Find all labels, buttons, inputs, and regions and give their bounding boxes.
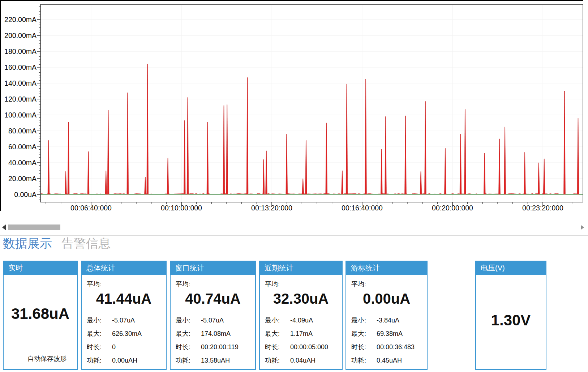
- panel-body: 1.30V: [476, 275, 546, 369]
- y-axis-label: 100.00mA: [4, 111, 37, 119]
- stat-row: 最小:-3.84uA: [351, 316, 399, 325]
- panel-recent-stats: 近期统计平均:32.30uA最小:-4.09uA最大:1.17mA时长:00:0…: [259, 261, 343, 370]
- avg-value: 0.00uA: [346, 291, 427, 307]
- stat-value: -5.07uA: [112, 317, 135, 324]
- stat-label: 功耗:: [351, 356, 377, 365]
- stat-label: 时长:: [351, 343, 377, 351]
- stat-row: 功耗:0.45uAH: [351, 356, 402, 365]
- x-axis-label: 00:23:20:000: [522, 204, 563, 212]
- stat-value: 69.38mA: [377, 330, 403, 338]
- y-axis-label: 180.00mA: [4, 47, 37, 55]
- tab-alarm-info[interactable]: 告警信息: [61, 236, 111, 251]
- stat-row: 最大:174.08mA: [176, 329, 231, 338]
- panel-title: 游标统计: [346, 261, 427, 275]
- app-window: 220.00mA200.00mA180.00mA160.00mA140.00mA…: [0, 0, 588, 372]
- stat-row: 最小:-5.07uA: [176, 316, 224, 325]
- window-edge-left: [0, 0, 1, 211]
- autosave-waveform-option: 自动保存波形: [14, 354, 66, 363]
- avg-label: 平均:: [176, 280, 190, 288]
- stat-value: 0: [112, 343, 116, 351]
- y-axis-label: 140.00mA: [4, 79, 37, 87]
- stat-row: 最大:1.17mA: [265, 329, 313, 338]
- stat-row: 最小:-4.09uA: [265, 316, 313, 325]
- stat-row: 时长:00:20:00:119: [176, 343, 239, 351]
- stat-label: 最小:: [87, 316, 112, 325]
- stat-value: 00:20:00:119: [201, 343, 239, 351]
- stat-row: 功耗:0.00uAH: [87, 356, 137, 365]
- stat-row: 最小:-5.07uA: [87, 316, 135, 325]
- stat-label: 时长:: [176, 343, 201, 351]
- scroll-left-arrow-icon[interactable]: [2, 225, 6, 230]
- y-axis-label: 60.00mA: [8, 143, 37, 151]
- tab-data-display[interactable]: 数据展示: [3, 236, 52, 251]
- bottom-tabs: 数据展示 告警信息: [3, 236, 111, 252]
- stat-row: 最大:69.38mA: [351, 329, 403, 338]
- y-axis-label: 0.00uA: [14, 191, 37, 198]
- stat-value: -3.84uA: [377, 317, 399, 324]
- stat-value: 0.45uAH: [377, 357, 402, 364]
- panel-window-stats: 窗口统计平均:40.74uA最小:-5.07uA最大:174.08mA时长:00…: [170, 261, 256, 370]
- panel-overall-stats: 总体统计平均:41.44uA最小:-5.07uA最大:626.30mA时长:0功…: [81, 261, 167, 370]
- stat-label: 功耗:: [176, 356, 201, 365]
- autosave-checkbox[interactable]: [14, 354, 23, 363]
- panel-voltage: 电压(V)1.30V: [475, 261, 546, 370]
- stat-value: 00:00:36:483: [377, 343, 415, 351]
- scrollbar-thumb[interactable]: [8, 225, 60, 230]
- stat-value: 174.08mA: [201, 330, 231, 338]
- avg-label: 平均:: [87, 280, 102, 288]
- window-edge-top: [0, 0, 583, 1]
- stat-value: 0.04uAH: [290, 357, 316, 364]
- stat-label: 最小:: [351, 316, 377, 325]
- stat-value: 626.30mA: [112, 330, 142, 338]
- scroll-right-arrow-icon[interactable]: [581, 225, 584, 230]
- stat-row: 功耗:0.04uAH: [265, 356, 316, 365]
- current-waveform-chart[interactable]: 220.00mA200.00mA180.00mA160.00mA140.00mA…: [0, 0, 588, 219]
- x-axis-label: 00:13:20:000: [251, 204, 292, 212]
- stat-value: 0.00uAH: [112, 357, 137, 364]
- voltage-value: 1.30V: [476, 312, 546, 329]
- stat-label: 最大:: [176, 329, 201, 338]
- stat-row: 时长:0: [87, 343, 116, 351]
- x-axis-label: 00:16:40:000: [342, 204, 383, 212]
- panel-body: 平均:32.30uA最小:-4.09uA最大:1.17mA时长:00:00:05…: [260, 275, 342, 369]
- autosave-checkbox-label: 自动保存波形: [27, 354, 66, 363]
- chart-horizontal-scrollbar[interactable]: [0, 223, 588, 231]
- stat-row: 时长:00:00:05:000: [265, 343, 328, 351]
- stat-label: 时长:: [87, 343, 112, 351]
- x-axis-label: 00:20:00:000: [432, 204, 473, 212]
- stat-label: 功耗:: [265, 356, 290, 365]
- plot-area[interactable]: [40, 4, 583, 202]
- panel-title: 实时: [4, 261, 77, 275]
- panel-title: 近期统计: [260, 261, 342, 275]
- stat-value: -4.09uA: [290, 317, 313, 324]
- stat-value: -5.07uA: [201, 317, 224, 324]
- stat-row: 时长:00:00:36:483: [351, 343, 415, 351]
- stat-label: 最大:: [265, 329, 290, 338]
- panel-body: 平均:0.00uA最小:-3.84uA最大:69.38mA时长:00:00:36…: [346, 275, 427, 369]
- y-axis-label: 220.00mA: [4, 16, 37, 23]
- panel-realtime: 实时31.68uA自动保存波形: [3, 261, 78, 370]
- stat-label: 时长:: [265, 343, 290, 351]
- panel-cursor-stats: 游标统计平均:0.00uA最小:-3.84uA最大:69.38mA时长:00:0…: [345, 261, 428, 370]
- stat-label: 最大:: [351, 329, 377, 338]
- panel-body: 31.68uA自动保存波形: [4, 275, 77, 369]
- avg-value: 41.44uA: [82, 291, 166, 307]
- realtime-value: 31.68uA: [4, 305, 77, 322]
- panel-body: 平均:40.74uA最小:-5.07uA最大:174.08mA时长:00:20:…: [171, 275, 255, 369]
- panel-body: 平均:41.44uA最小:-5.07uA最大:626.30mA时长:0功耗:0.…: [82, 275, 166, 369]
- stat-label: 最大:: [87, 329, 112, 338]
- stat-label: 最小:: [265, 316, 290, 325]
- panel-title: 总体统计: [82, 261, 166, 275]
- y-axis-label: 20.00mA: [8, 175, 37, 183]
- y-axis-label: 80.00mA: [8, 127, 37, 135]
- stat-row: 功耗:13.58uAH: [176, 356, 230, 365]
- stat-value: 00:00:05:000: [290, 343, 328, 351]
- stat-row: 最大:626.30mA: [87, 329, 142, 338]
- avg-label: 平均:: [351, 280, 366, 288]
- y-axis-label: 40.00mA: [8, 159, 37, 167]
- stat-value: 1.17mA: [290, 330, 313, 338]
- panel-title: 窗口统计: [171, 261, 255, 275]
- avg-value: 32.30uA: [260, 291, 342, 307]
- avg-value: 40.74uA: [171, 291, 255, 307]
- stat-label: 最小:: [176, 316, 201, 325]
